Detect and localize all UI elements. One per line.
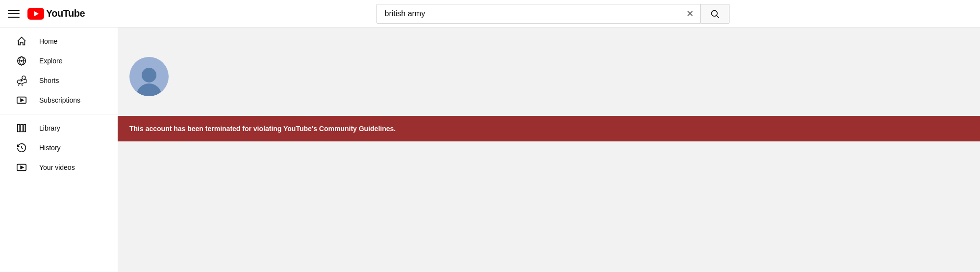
avatar-head bbox=[142, 68, 156, 82]
history-icon bbox=[16, 142, 27, 154]
logo-container[interactable]: YouTube bbox=[27, 8, 85, 20]
terminated-message: This account has been terminated for vio… bbox=[129, 125, 396, 133]
sidebar-item-explore-label: Explore bbox=[39, 57, 62, 65]
sidebar-item-shorts[interactable]: Shorts bbox=[4, 71, 114, 90]
sidebar-item-history[interactable]: History bbox=[4, 138, 114, 158]
sidebar-item-explore[interactable]: Explore bbox=[4, 51, 114, 71]
sidebar: Home Explore Shorts bbox=[0, 27, 118, 272]
body: Home Explore Shorts bbox=[0, 27, 980, 272]
home-icon bbox=[16, 35, 27, 47]
menu-icon[interactable] bbox=[8, 8, 20, 20]
subscriptions-icon bbox=[16, 94, 27, 106]
close-icon: ✕ bbox=[686, 8, 694, 19]
terminated-banner: This account has been terminated for vio… bbox=[118, 116, 980, 141]
sidebar-item-home-label: Home bbox=[39, 37, 57, 45]
sidebar-item-your-videos-label: Your videos bbox=[39, 163, 75, 171]
main-content: This account has been terminated for vio… bbox=[118, 27, 980, 272]
channel-header-area bbox=[118, 27, 980, 116]
search-icon bbox=[710, 9, 720, 19]
svg-line-3 bbox=[716, 15, 719, 18]
library-icon bbox=[16, 122, 27, 134]
avatar-body bbox=[136, 68, 162, 96]
search-clear-button[interactable]: ✕ bbox=[680, 4, 700, 24]
explore-icon bbox=[16, 55, 27, 67]
youtube-logo-icon bbox=[27, 8, 44, 20]
header: YouTube ✕ bbox=[0, 0, 980, 27]
svg-rect-11 bbox=[21, 125, 23, 132]
svg-marker-14 bbox=[21, 166, 24, 169]
avatar bbox=[129, 57, 169, 96]
youtube-wordmark: YouTube bbox=[46, 8, 85, 19]
sidebar-item-subscriptions[interactable]: Subscriptions bbox=[4, 90, 114, 110]
sidebar-item-your-videos[interactable]: Your videos bbox=[4, 158, 114, 177]
sidebar-item-subscriptions-label: Subscriptions bbox=[39, 96, 80, 104]
sidebar-divider bbox=[0, 114, 118, 114]
sidebar-item-shorts-label: Shorts bbox=[39, 77, 59, 84]
avatar-shoulders bbox=[136, 83, 162, 96]
sidebar-item-home[interactable]: Home bbox=[4, 31, 114, 51]
svg-marker-9 bbox=[21, 99, 24, 102]
sidebar-item-library[interactable]: Library bbox=[4, 118, 114, 138]
shorts-icon bbox=[16, 75, 27, 86]
your-videos-icon bbox=[16, 162, 27, 173]
sidebar-item-library-label: Library bbox=[39, 124, 60, 132]
search-input[interactable] bbox=[377, 9, 680, 18]
svg-point-2 bbox=[711, 10, 717, 16]
header-left: YouTube bbox=[8, 8, 126, 20]
svg-rect-12 bbox=[24, 125, 26, 132]
search-bar: ✕ bbox=[377, 4, 701, 24]
sidebar-item-history-label: History bbox=[39, 144, 61, 152]
search-container: ✕ bbox=[377, 4, 729, 24]
search-button[interactable] bbox=[701, 4, 729, 24]
svg-rect-10 bbox=[18, 125, 20, 132]
